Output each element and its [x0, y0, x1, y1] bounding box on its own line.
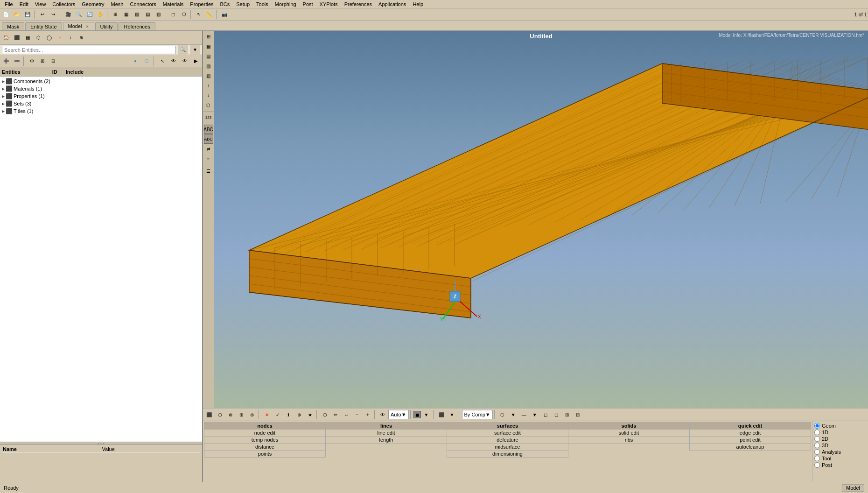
bt-node[interactable]: ⊕	[294, 409, 304, 420]
menu-properties[interactable]: Properties	[187, 1, 216, 7]
vi-fit[interactable]: ⊞	[204, 32, 213, 41]
col-nodes[interactable]: nodes	[204, 423, 326, 430]
tb-select[interactable]: ↖	[194, 9, 204, 20]
vi-num[interactable]: 123	[204, 113, 213, 122]
bt-view[interactable]: 👁	[378, 409, 388, 420]
cmd-points[interactable]: points	[204, 451, 326, 458]
col-surfaces[interactable]: surfaces	[447, 423, 568, 430]
col-quickedit[interactable]: quick edit	[690, 423, 811, 430]
vi-front[interactable]: ▦	[204, 42, 213, 51]
tb-save[interactable]: 💾	[22, 9, 33, 20]
et-collapse[interactable]: ⊟	[48, 56, 58, 66]
tb-fit[interactable]: ⊞	[110, 9, 120, 20]
cmd-surface-edit[interactable]: surface edit	[447, 430, 568, 437]
tb-zoom[interactable]: 🔍	[74, 9, 84, 20]
3d-viewport[interactable]: Untitled Model Info: X:/flasher/FEA/foru…	[214, 31, 868, 408]
bt-collect[interactable]: ⬛	[204, 409, 214, 420]
vi-back[interactable]: ▤	[204, 51, 213, 61]
bt-arrow[interactable]: ↔	[341, 409, 351, 420]
bt-check[interactable]: ✓	[273, 409, 283, 420]
menu-mesh[interactable]: Mesh	[108, 1, 126, 7]
bt-info[interactable]: ℹ	[283, 409, 294, 420]
bt-color-dropdown[interactable]: ▼	[421, 409, 432, 420]
lt-mesh[interactable]: ⬡	[33, 33, 43, 43]
radio-2d-input[interactable]	[814, 436, 820, 442]
tab-utility[interactable]: Utility	[95, 22, 118, 30]
vi-bottom[interactable]: ↓	[204, 91, 213, 100]
bt-minus[interactable]: −	[352, 409, 362, 420]
tb-wireframe[interactable]: ⬡	[179, 9, 189, 20]
tb-pan[interactable]: ✋	[95, 9, 105, 20]
bycomp-dropdown[interactable]: ▼	[485, 412, 490, 417]
bt-pen[interactable]: ✏	[330, 409, 341, 420]
bt-plus2[interactable]: +	[363, 409, 373, 420]
cmd-ribs[interactable]: ribs	[568, 437, 690, 444]
search-button[interactable]: 🔍	[178, 45, 188, 55]
et-more[interactable]: ▶	[191, 56, 201, 66]
bt-shade2[interactable]: ◻	[540, 409, 551, 420]
tb-open[interactable]: 📂	[12, 9, 22, 20]
lt-home[interactable]: 🏠	[1, 33, 11, 43]
et-elem-filter[interactable]: ⬡	[141, 56, 152, 66]
bt-color1[interactable]: ◼	[413, 411, 421, 418]
et-eye2[interactable]: 👁	[180, 56, 190, 66]
tb-shade[interactable]: ◻	[168, 9, 178, 20]
et-cursor[interactable]: ↖	[157, 56, 168, 66]
radio-3d-input[interactable]	[814, 443, 820, 448]
vi-abc2[interactable]: ABC	[204, 134, 213, 144]
lt-load[interactable]: ↕	[65, 33, 76, 43]
vi-top[interactable]: ↑	[204, 81, 213, 90]
lt-comp[interactable]: ⬛	[12, 33, 22, 43]
vi-left[interactable]: ▧	[204, 61, 213, 70]
tree-materials[interactable]: ▶ ⬛ Materials (1)	[1, 85, 201, 92]
lt-geom[interactable]: ◯	[44, 33, 54, 43]
panel-resizer[interactable]: • • •	[0, 442, 202, 444]
bt-set[interactable]: ⊕	[225, 409, 236, 420]
radio-1d-input[interactable]	[814, 430, 820, 435]
tb-top[interactable]: ▤	[142, 9, 153, 20]
bt-3d-dropdown[interactable]: ▼	[508, 409, 518, 420]
search-options[interactable]: ▼	[190, 45, 200, 55]
tab-mask[interactable]: Mask	[2, 22, 24, 30]
et-props[interactable]: ⚙	[27, 56, 37, 66]
menu-setup[interactable]: Setup	[233, 1, 252, 7]
menu-tools[interactable]: Tools	[253, 1, 271, 7]
search-input[interactable]	[2, 46, 176, 54]
cmd-length[interactable]: length	[326, 437, 447, 444]
tree-components[interactable]: ▶ ⬛ Components (2)	[1, 77, 201, 85]
menu-help[interactable]: Help	[410, 1, 426, 7]
cmd-distance[interactable]: distance	[204, 444, 326, 451]
menu-applications[interactable]: Applications	[376, 1, 409, 7]
menu-connectors[interactable]: Connectors	[127, 1, 159, 7]
radio-tool-input[interactable]	[814, 456, 820, 461]
tb-rotate[interactable]: 🔄	[84, 9, 95, 20]
lt-sys[interactable]: ⊕	[76, 33, 86, 43]
tab-model[interactable]: Model ✕	[63, 22, 94, 30]
tab-model-close[interactable]: ✕	[85, 24, 89, 29]
bt-comp[interactable]: ⬡	[215, 409, 225, 420]
cmd-defeature[interactable]: defeature	[447, 437, 568, 444]
bt-solid[interactable]: ⬛	[436, 409, 447, 420]
tb-back[interactable]: ▧	[132, 9, 142, 20]
tree-properties[interactable]: ▶ ⬛ Properties (1)	[1, 92, 201, 100]
bt-disp2[interactable]: ⊟	[573, 409, 583, 420]
et-eye1[interactable]: 👁	[168, 56, 179, 66]
tb-measure[interactable]: 📐	[204, 9, 215, 20]
tab-references[interactable]: References	[119, 22, 155, 30]
menu-post[interactable]: Post	[300, 1, 316, 7]
tb-bottom[interactable]: ▥	[153, 9, 163, 20]
tb-front[interactable]: ▦	[121, 9, 131, 20]
bt-star[interactable]: ★	[305, 409, 315, 420]
tree-sets[interactable]: ▶ ⬛ Sets (3)	[1, 100, 201, 107]
menu-preferences[interactable]: Preferences	[342, 1, 375, 7]
radio-geom-input[interactable]	[814, 423, 820, 429]
et-delete[interactable]: ➖	[12, 56, 22, 66]
cmd-edge-edit[interactable]: edge edit	[690, 430, 811, 437]
cmd-midsurface[interactable]: midsurface	[447, 444, 568, 451]
bt-dash-dropdown[interactable]: ▼	[530, 409, 540, 420]
menu-geometry[interactable]: Geometry	[79, 1, 107, 7]
col-solids[interactable]: solids	[568, 423, 690, 430]
bt-delete[interactable]: ✕	[262, 409, 272, 420]
cmd-line-edit[interactable]: line edit	[326, 430, 447, 437]
et-add[interactable]: ➕	[1, 56, 11, 66]
